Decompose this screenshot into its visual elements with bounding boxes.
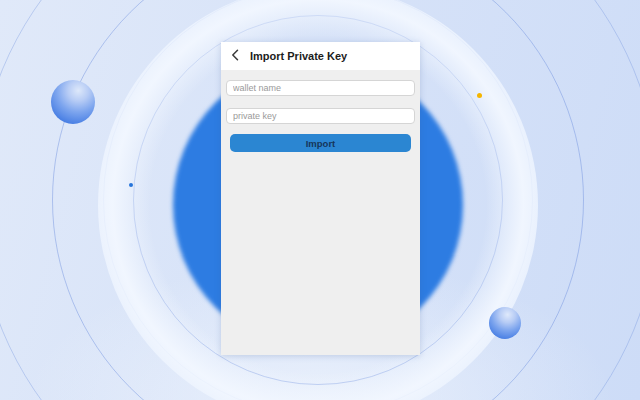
page-title: Import Private Key [250,50,347,62]
blue-sphere-bottom-right [489,307,521,339]
chevron-left-icon [231,49,239,64]
popup-header: Import Private Key [221,42,420,70]
private-key-input[interactable] [226,108,415,124]
blue-sphere-top-left [51,80,95,124]
popup-body: Import [221,70,420,355]
back-button[interactable] [231,49,243,63]
import-button[interactable]: Import [230,134,411,152]
blue-dot [129,183,133,187]
wallet-name-input[interactable] [226,80,415,96]
yellow-dot [477,93,482,98]
import-private-key-panel: Import Private Key Import [221,42,420,355]
background: Import Private Key Import [0,0,640,400]
